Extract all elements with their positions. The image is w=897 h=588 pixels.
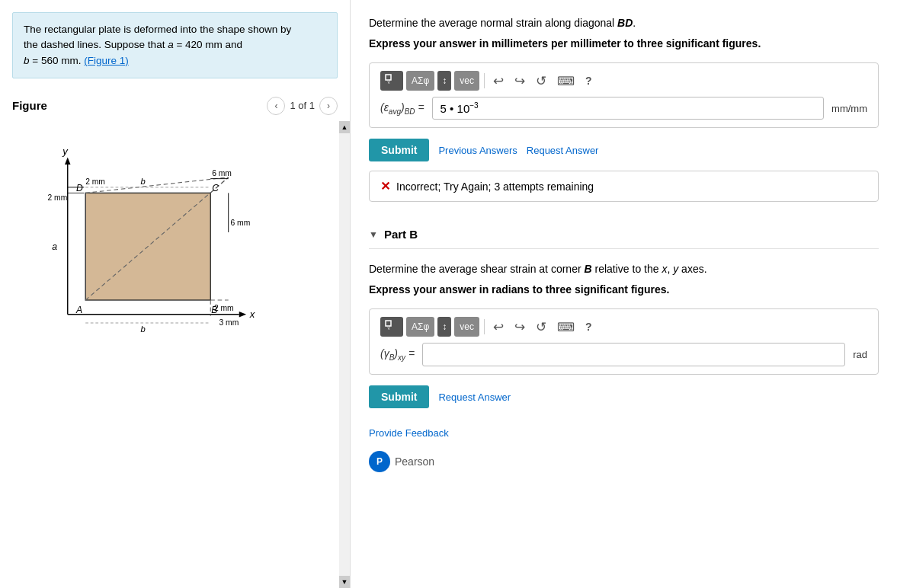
y-arrow (65, 157, 71, 164)
left-panel: The rectangular plate is deformed into t… (0, 0, 351, 588)
pearson-circle: P (369, 451, 390, 472)
incorrect-x-icon: ✕ (380, 179, 390, 193)
part-b-math-label: (γB)xy = (380, 347, 415, 362)
previous-answers-link[interactable]: Previous Answers (438, 145, 517, 156)
part-b-section: ▼ Part B Determine the average shear str… (369, 220, 879, 408)
keyboard-button[interactable]: ⌨ (553, 71, 578, 91)
left-scrollbar[interactable]: ▲ ▼ (339, 121, 350, 588)
a-label: a (52, 241, 57, 252)
part-a-toolbar: √ ΑΣφ ↕ vec ↩ ↪ ↺ ⌨ ? (380, 71, 867, 91)
part-a-instruction: Express your answer in millimeters per m… (369, 36, 879, 52)
part-b-refresh-button[interactable]: ↺ (532, 317, 550, 337)
part-a-answer-value: 5 • 10−3 (440, 101, 479, 115)
part-b-answer-input[interactable] (422, 343, 845, 366)
6mm-top-label: 6 mm (212, 169, 232, 177)
problem-text-line2: the dashed lines. Suppose that a = 420 m… (24, 39, 242, 50)
next-figure-button[interactable]: › (319, 97, 338, 115)
figure-svg: x y A B C D 6 mm (15, 129, 320, 357)
help-button[interactable]: ? (581, 71, 596, 91)
right-panel: Determine the average normal strain alon… (351, 0, 897, 588)
2mm-left-label: 2 mm (48, 193, 68, 202)
A-label: A (75, 305, 82, 315)
part-a-input-box: √ ΑΣφ ↕ vec ↩ ↪ ↺ ⌨ ? (εavg)BD = 5 • 10−… (369, 62, 879, 128)
part-b-undo-button[interactable]: ↩ (489, 317, 508, 337)
figure-count: 1 of 1 (290, 100, 315, 111)
part-b-header[interactable]: ▼ Part B (369, 220, 879, 249)
fraction-sqrt-button[interactable]: √ (380, 71, 403, 91)
pearson-logo: P Pearson (369, 451, 879, 472)
prev-figure-button[interactable]: ‹ (267, 97, 285, 115)
fraction-icon: √ (385, 74, 399, 88)
scroll-down-arrow[interactable]: ▼ (339, 576, 350, 588)
sigma-button[interactable]: ΑΣφ (406, 71, 434, 91)
part-b-input-box: √ ΑΣφ ↕ vec ↩ ↪ ↺ ⌨ ? (γB)xy = rad (369, 308, 879, 375)
part-b-fraction-sqrt-button[interactable]: √ (380, 317, 403, 337)
undo-button[interactable]: ↩ (489, 71, 508, 91)
toolbar-separator (484, 73, 485, 88)
svg-text:√: √ (387, 324, 391, 331)
dashed-top (85, 177, 229, 193)
figure-nav: ‹ 1 of 1 › (267, 97, 338, 115)
part-b-input-row: (γB)xy = rad (380, 343, 867, 366)
vec-button[interactable]: vec (454, 71, 479, 91)
refresh-button[interactable]: ↺ (532, 71, 550, 91)
C-label: C (212, 182, 219, 193)
part-b-arrow: ▼ (369, 229, 378, 240)
part-a-unit: mm/mm (831, 103, 867, 114)
6mm-right-label: 6 mm (231, 218, 251, 226)
svg-text:√: √ (387, 78, 391, 85)
part-b-instruction: Express your answer in radians to three … (369, 282, 879, 298)
D-label: D (76, 182, 83, 193)
part-b-help-button[interactable]: ? (581, 317, 596, 337)
figure-title: Figure (12, 99, 47, 112)
part-b-redo-button[interactable]: ↪ (511, 317, 529, 337)
request-answer-link-b[interactable]: Request Answer (438, 391, 511, 403)
figure-container: x y A B C D 6 mm (0, 121, 350, 588)
part-b-arrow-button[interactable]: ↕ (437, 317, 451, 337)
part-b-keyboard-button[interactable]: ⌨ (553, 317, 578, 337)
arrow-button[interactable]: ↕ (437, 71, 451, 91)
part-b-submit-button[interactable]: Submit (369, 385, 429, 408)
provide-feedback-link[interactable]: Provide Feedback (369, 427, 449, 439)
provide-feedback-section: Provide Feedback (369, 427, 879, 439)
part-a-input-row: (εavg)BD = 5 • 10−3 mm/mm (380, 97, 867, 120)
x-axis-label: x (249, 308, 255, 319)
2mm-top-label: 2 mm (85, 177, 105, 186)
2mm-bottom-label: 2 mm (214, 304, 234, 312)
incorrect-text: Incorrect; Try Again; 3 attempts remaini… (396, 181, 594, 193)
part-b-question: Determine the average shear strain at co… (369, 261, 879, 277)
redo-button[interactable]: ↪ (511, 71, 529, 91)
incorrect-banner: ✕ Incorrect; Try Again; 3 attempts remai… (369, 171, 879, 202)
part-a-section: Determine the average normal strain alon… (369, 15, 879, 202)
part-a-submit-button[interactable]: Submit (369, 139, 429, 161)
problem-text-line1: The rectangular plate is deformed into t… (24, 24, 291, 35)
problem-text-line3: b = 560 mm. (Figure 1) (24, 55, 129, 66)
fraction-icon-b: √ (385, 320, 399, 334)
figure-link[interactable]: (Figure 1) (84, 55, 129, 66)
y-axis-label: y (62, 145, 69, 157)
request-answer-link-a[interactable]: Request Answer (527, 145, 599, 156)
part-a-actions: Submit Previous Answers Request Answer (369, 139, 879, 161)
part-b-sigma-button[interactable]: ΑΣφ (406, 317, 434, 337)
figure-header: Figure ‹ 1 of 1 › (0, 91, 350, 121)
part-b-toolbar: √ ΑΣφ ↕ vec ↩ ↪ ↺ ⌨ ? (380, 317, 867, 337)
b-top-label: b (140, 177, 145, 186)
part-b-unit: rad (853, 349, 867, 360)
scroll-up-arrow[interactable]: ▲ (339, 121, 350, 133)
pearson-text: Pearson (395, 455, 434, 468)
problem-statement: The rectangular plate is deformed into t… (12, 12, 338, 78)
part-a-answer-display: 5 • 10−3 (432, 97, 824, 120)
part-b-toolbar-sep (484, 319, 485, 334)
part-b-label: Part B (384, 228, 418, 241)
part-a-question: Determine the average normal strain alon… (369, 15, 879, 31)
x-arrow (239, 312, 246, 318)
3mm-label: 3 mm (219, 318, 239, 327)
part-b-actions: Submit Request Answer (369, 385, 879, 408)
b-bottom-label: b (140, 324, 145, 334)
part-b-vec-button[interactable]: vec (454, 317, 479, 337)
part-a-math-label: (εavg)BD = (380, 101, 424, 116)
